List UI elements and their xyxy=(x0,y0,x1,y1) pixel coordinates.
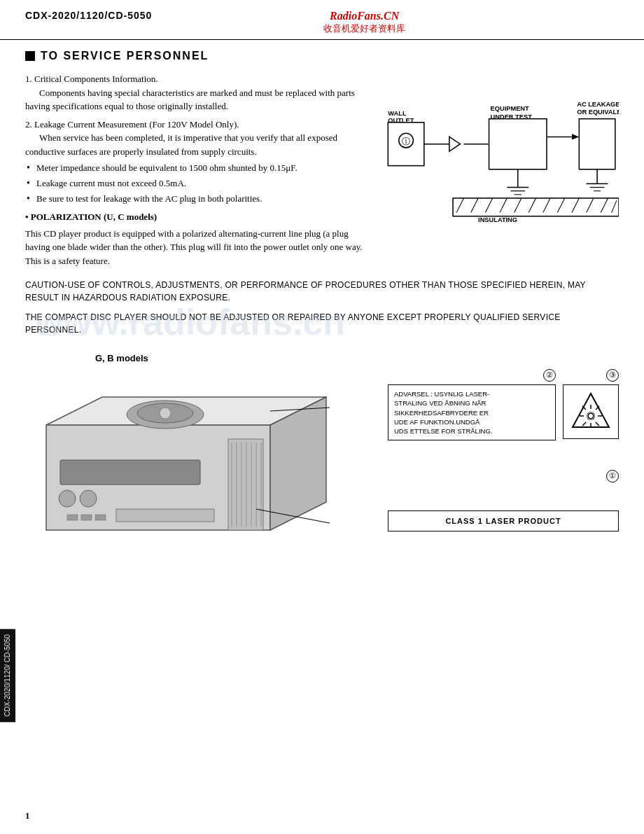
caution2-text: THE COMPACT DISC PLAYER SHOULD NOT BE AD… xyxy=(25,311,619,336)
caution1: CAUTION-USE OF CONTROLS, ADJUSTMENTS, OR… xyxy=(25,279,619,304)
svg-text:AC LEAKAGE TESTER: AC LEAKAGE TESTER xyxy=(577,101,619,108)
svg-marker-61 xyxy=(573,394,609,427)
site-name: RadioFans.CN xyxy=(323,10,405,22)
svg-text:Ⓘ: Ⓘ xyxy=(402,137,410,146)
svg-rect-5 xyxy=(489,119,547,169)
warning-triangle-box xyxy=(563,384,619,439)
svg-rect-49 xyxy=(95,515,106,520)
svg-marker-7 xyxy=(572,134,579,139)
laser-warning-text: ADVARSEL : USYNLIG LASER- STRALING VED Å… xyxy=(394,389,550,436)
polarization-title: POLARIZATION (U, C models) xyxy=(25,210,370,224)
site-chinese: 收音机爱好者资料库 xyxy=(323,22,405,35)
callout2-container: ② ADVARSEL : USYNLIG LASER- STRALING VED… xyxy=(388,369,556,449)
header-site: RadioFans.CN 收音机爱好者资料库 xyxy=(323,10,405,35)
callout1-container: ① CLASS 1 LASER PRODUCT xyxy=(388,470,619,531)
callout2-box: ADVARSEL : USYNLIG LASER- STRALING VED Å… xyxy=(388,384,556,440)
svg-line-68 xyxy=(596,422,599,426)
device-illustration xyxy=(25,369,381,589)
svg-line-32 xyxy=(572,198,579,213)
section-title-text: TO SERVICE PERSONNEL xyxy=(41,50,209,62)
models-label: G, B models xyxy=(95,353,619,363)
polarization-body: This CD player product is equipped with … xyxy=(25,227,370,268)
callout3-container: ③ xyxy=(563,369,619,439)
item1: 1. Critical Components Information. Comp… xyxy=(25,72,370,113)
svg-text:UNDER TEST: UNDER TEST xyxy=(491,113,533,120)
item1-body: Components having special characteristic… xyxy=(25,88,355,112)
page-number: 1 xyxy=(25,810,30,821)
bullet2: Leakage current must not exceed 0.5mA. xyxy=(25,178,370,189)
bullet1: Meter impedance should be equivalent to … xyxy=(25,162,370,174)
svg-line-34 xyxy=(601,198,608,213)
class1-box: CLASS 1 LASER PRODUCT xyxy=(388,510,619,531)
svg-rect-50 xyxy=(228,439,263,530)
item2-num: 2. xyxy=(25,119,32,130)
main-content: TO SERVICE PERSONNEL 1. Critical Compone… xyxy=(0,40,644,599)
svg-line-28 xyxy=(514,198,522,213)
warning-triangle-svg xyxy=(570,391,612,433)
title-square-icon xyxy=(25,51,35,61)
item2-body: When service has been completed, it is i… xyxy=(25,132,337,157)
svg-line-33 xyxy=(587,198,594,213)
callout1-num: ① xyxy=(606,470,619,482)
diagram-column: Ⓘ xyxy=(381,72,619,272)
svg-rect-48 xyxy=(81,515,92,520)
svg-text:WALL: WALL xyxy=(388,110,407,117)
svg-line-26 xyxy=(485,198,492,213)
svg-line-31 xyxy=(557,198,564,213)
svg-text:OUTLET: OUTLET xyxy=(388,117,414,124)
top-section: 1. Critical Components Information. Comp… xyxy=(25,72,619,272)
caution2: THE COMPACT DISC PLAYER SHOULD NOT BE AD… xyxy=(25,311,619,336)
svg-line-25 xyxy=(471,198,478,213)
svg-text:INSULATING: INSULATING xyxy=(478,216,517,223)
svg-line-29 xyxy=(528,198,536,213)
item1-num: 1. xyxy=(25,74,32,84)
header-model: CDX-2020/1120/CD-5050 xyxy=(25,10,152,21)
bullet3: Be sure to test for leakage with the AC … xyxy=(25,193,370,204)
svg-line-35 xyxy=(612,200,617,213)
svg-line-27 xyxy=(500,198,507,213)
svg-point-43 xyxy=(160,408,171,419)
svg-text:EQUIPMENT: EQUIPMENT xyxy=(491,105,529,112)
svg-rect-8 xyxy=(579,119,615,169)
svg-rect-44 xyxy=(60,460,200,485)
bullet-list: Meter impedance should be equivalent to … xyxy=(25,162,370,204)
svg-rect-23 xyxy=(453,198,619,216)
device-area: ② ADVARSEL : USYNLIG LASER- STRALING VED… xyxy=(25,369,619,589)
svg-point-45 xyxy=(59,490,76,507)
svg-text:OR EQUIVALENT: OR EQUIVALENT xyxy=(577,109,619,116)
svg-line-70 xyxy=(582,422,586,426)
svg-point-72 xyxy=(589,414,593,418)
side-label: CDX-2020/1120/ CD-5050 xyxy=(0,629,15,722)
caution1-text: CAUTION-USE OF CONTROLS, ADJUSTMENTS, OR… xyxy=(25,279,619,304)
callout-labels: ② ADVARSEL : USYNLIG LASER- STRALING VED… xyxy=(381,369,619,531)
text-column: 1. Critical Components Information. Comp… xyxy=(25,72,381,272)
header: CDX-2020/1120/CD-5050 RadioFans.CN 收音机爱好… xyxy=(0,0,644,40)
svg-line-30 xyxy=(543,198,550,213)
circuit-diagram: Ⓘ xyxy=(381,79,619,223)
device-svg xyxy=(25,369,347,586)
item2-title: Leakage Current Measurement (For 120V Mo… xyxy=(34,119,239,130)
svg-line-24 xyxy=(456,198,463,213)
item1-title: Critical Components Information. xyxy=(34,74,158,84)
svg-point-46 xyxy=(80,490,97,507)
callout2-num: ② xyxy=(543,369,556,382)
callout3-num: ③ xyxy=(606,369,619,382)
item2: 2. Leakage Current Measurement (For 120V… xyxy=(25,118,370,159)
section-title: TO SERVICE PERSONNEL xyxy=(25,50,619,62)
svg-rect-58 xyxy=(116,509,214,522)
bottom-section: G, B models xyxy=(25,353,619,589)
svg-rect-47 xyxy=(67,515,78,520)
